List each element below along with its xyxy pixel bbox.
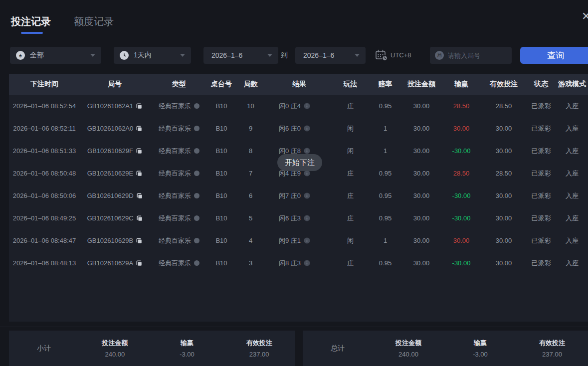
column-header-11: 状态: [526, 74, 556, 95]
win-amount: 28.50: [441, 95, 481, 117]
round-search-input[interactable]: [448, 52, 503, 59]
copy-icon[interactable]: [137, 215, 143, 221]
info-icon[interactable]: [304, 215, 310, 221]
column-header-9: 输赢: [441, 74, 481, 95]
round-id: GB102610629A: [87, 259, 134, 267]
round-id: GB102610629D: [87, 192, 133, 199]
table-row: 2026–01–06 08:52:11 GB10261062A0 经典百家乐 B…: [9, 117, 588, 140]
bet-time: 2026–01–06 08:50:48: [9, 162, 80, 184]
bet-amount: 30.00: [401, 117, 441, 140]
valid-bet: 28.50: [481, 95, 526, 117]
column-header-5: 结果: [267, 74, 332, 95]
status: 已派彩: [526, 184, 556, 207]
round-no: 5: [234, 207, 267, 229]
date-from-picker[interactable]: 2026–1–6: [203, 47, 278, 64]
column-header-8: 投注金额: [401, 74, 441, 95]
odds: 0.95: [369, 184, 401, 207]
info-icon[interactable]: [304, 237, 310, 244]
valid-bet: 30.00: [481, 140, 526, 162]
type-name: 经典百家乐: [159, 236, 191, 245]
mode: 入座: [556, 95, 588, 117]
info-icon[interactable]: [304, 103, 310, 109]
win-amount: 28.50: [441, 162, 481, 184]
status: 已派彩: [526, 207, 556, 229]
copy-icon[interactable]: [136, 103, 142, 109]
table-no: B10: [208, 117, 234, 140]
type-name: 经典百家乐: [159, 124, 191, 133]
bet-amount: 30.00: [401, 184, 441, 207]
valid-bet: 30.00: [481, 184, 526, 207]
table-no: B10: [208, 162, 234, 184]
copy-icon[interactable]: [136, 171, 142, 177]
odds: 0.95: [369, 162, 401, 184]
table-row: 2026–01–06 08:50:06 GB102610629D 经典百家乐 B…: [9, 184, 588, 207]
total-win-loss: 输赢 -3.00: [444, 339, 516, 358]
round-search-field[interactable]: 局: [430, 47, 512, 64]
clock-icon: [120, 51, 129, 60]
copy-icon[interactable]: [136, 260, 142, 266]
play: 闲: [332, 117, 369, 140]
win-amount: -30.00: [441, 140, 481, 162]
date-to-picker[interactable]: 2026–1–6: [295, 47, 366, 64]
round-no: 9: [234, 117, 267, 140]
status: 已派彩: [526, 229, 556, 252]
type-info-icon: [194, 103, 199, 109]
round-id: GB102610629E: [87, 170, 134, 177]
win-amount: 30.00: [441, 229, 481, 252]
search-button[interactable]: 查询: [520, 47, 588, 64]
type-info-icon: [194, 260, 199, 266]
bet-amount: 30.00: [401, 140, 441, 162]
subtotal-bet-amount: 投注金额 240.00: [79, 339, 151, 358]
column-header-12: 游戏模式: [556, 74, 588, 95]
table-row: 2026–01–06 08:49:25 GB102610629C 经典百家乐 B…: [9, 207, 588, 229]
status: 已派彩: [526, 140, 556, 162]
valid-bet: 30.00: [481, 229, 526, 252]
info-icon[interactable]: [304, 260, 310, 266]
info-icon[interactable]: [304, 192, 310, 199]
subtotal-box: 小计 投注金额 240.00 输赢 -3.00 有效投注 237.00: [9, 331, 295, 366]
table-header-row: 下注时间局号类型桌台号局数结果玩法赔率投注金额输赢有效投注状态游戏模式: [9, 74, 588, 95]
play: 闲: [332, 140, 369, 162]
odds: 0.95: [369, 207, 401, 229]
copy-icon[interactable]: [136, 148, 142, 154]
bet-amount: 30.00: [401, 162, 441, 184]
result-text: 闲8 庄3: [279, 259, 301, 268]
betting-records-panel: 下注时间局号类型桌台号局数结果玩法赔率投注金额输赢有效投注状态游戏模式 2026…: [9, 74, 588, 322]
column-header-1: 局号: [80, 74, 150, 95]
type-info-icon: [194, 148, 199, 154]
type-name: 经典百家乐: [159, 169, 191, 178]
round-id: GB10261062A1: [87, 102, 134, 110]
mode: 入座: [556, 229, 588, 252]
info-icon[interactable]: [304, 125, 310, 132]
bet-time: 2026–01–06 08:48:47: [9, 229, 80, 252]
mode: 入座: [556, 252, 588, 274]
copy-icon[interactable]: [137, 193, 143, 199]
column-header-6: 玩法: [332, 74, 369, 95]
calendar-clock-icon: [375, 49, 388, 63]
column-header-2: 类型: [150, 74, 208, 95]
copy-icon[interactable]: [136, 126, 142, 132]
win-amount: -30.00: [441, 207, 481, 229]
info-icon[interactable]: [304, 148, 310, 154]
time-range-dropdown[interactable]: 1天内: [114, 47, 191, 64]
column-header-0: 下注时间: [9, 74, 80, 95]
round-id: GB10261062A0: [87, 125, 134, 132]
type-info-icon: [194, 238, 199, 243]
chevron-down-icon: [267, 54, 272, 57]
type-name: 经典百家乐: [159, 102, 191, 111]
type-info-icon: [194, 193, 199, 198]
bet-time: 2026–01–06 08:51:33: [9, 140, 80, 162]
bet-time: 2026–01–06 08:49:25: [9, 207, 80, 229]
table-row: 2026–01–06 08:52:54 GB10261062A1 经典百家乐 B…: [9, 95, 588, 117]
round-no: 4: [234, 229, 267, 252]
copy-icon[interactable]: [136, 238, 142, 244]
tab-quota-records[interactable]: 额度记录: [74, 15, 114, 28]
date-from-value: 2026–1–6: [211, 51, 242, 59]
game-type-value: 全部: [30, 51, 44, 60]
close-icon[interactable]: ✕: [582, 10, 588, 23]
mode: 入座: [556, 140, 588, 162]
game-type-dropdown[interactable]: ♠ 全部: [10, 47, 101, 64]
mode: 入座: [556, 162, 588, 184]
tab-betting-records[interactable]: 投注记录: [11, 15, 51, 28]
valid-bet: 30.00: [481, 252, 526, 274]
